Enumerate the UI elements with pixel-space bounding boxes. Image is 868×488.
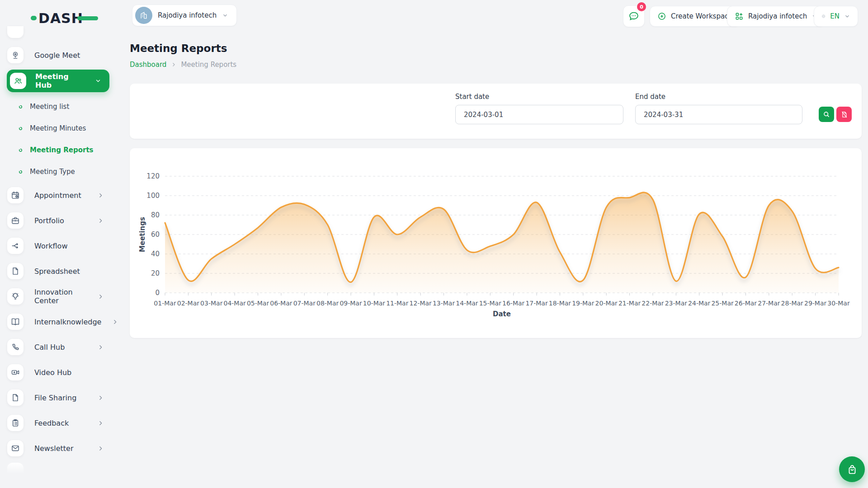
sidebar-item-portfolio[interactable]: Portfolio (0, 208, 115, 233)
sidebar-item-label: Call Hub (34, 343, 65, 352)
workspace-avatar (135, 7, 152, 24)
chevron-right-icon (98, 446, 104, 451)
clipboard-icon-tile (7, 415, 24, 431)
sidebar-item-label: Meeting Reports (30, 146, 94, 154)
sidebar-item-innovation-center[interactable]: Innovation Center (0, 284, 115, 309)
svg-text:01-Mar: 01-Mar (154, 300, 176, 307)
workspace-selector[interactable]: Rajodiya infotech (132, 5, 237, 26)
sidebar-item-meeting-hub[interactable]: Meeting Hub (7, 70, 109, 92)
magnifier-icon (822, 110, 830, 118)
book-icon-tile (7, 314, 24, 330)
users-icon (14, 76, 23, 85)
chevron-right-icon (98, 420, 104, 426)
sidebar-item-meeting-type[interactable]: Meeting Type (0, 161, 115, 183)
messages-button[interactable]: 0 (623, 5, 645, 27)
progress-bullet-icon (19, 105, 23, 109)
svg-text:04-Mar: 04-Mar (223, 300, 246, 307)
chart-y-axis-title: Meetings (138, 217, 146, 252)
file-icon-tile (7, 389, 24, 406)
svg-text:0: 0 (155, 289, 160, 297)
svg-text:10-Mar: 10-Mar (363, 300, 386, 307)
file-slash-icon (840, 111, 848, 118)
svg-text:16-Mar: 16-Mar (502, 300, 525, 307)
svg-text:29-Mar: 29-Mar (804, 300, 827, 307)
workspace-dropdown[interactable]: Rajodiya infotech (727, 6, 826, 27)
webcam-icon (11, 51, 20, 60)
svg-text:40: 40 (151, 250, 160, 258)
svg-text:02-Mar: 02-Mar (177, 300, 200, 307)
sidebar-item-label: Internalknowledge (34, 318, 101, 326)
split-icon-tile (7, 238, 24, 254)
svg-text:120: 120 (146, 172, 160, 180)
sidebar-item-meeting-reports[interactable]: Meeting Reports (0, 139, 115, 161)
sidebar-item-feedback[interactable]: Feedback (0, 410, 115, 436)
sidebar-item-label: Workflow (34, 242, 67, 250)
sidebar-item-label: Video Hub (34, 368, 71, 377)
svg-text:03-Mar: 03-Mar (200, 300, 223, 307)
svg-text:26-Mar: 26-Mar (735, 300, 757, 307)
sidebar-item-meeting-list[interactable]: Meeting list (0, 96, 115, 117)
sidebar-item-spreadsheet[interactable]: Spreadsheet (0, 258, 115, 284)
sidebar-item-file-sharing[interactable]: File Sharing (0, 385, 115, 410)
chevron-right-icon (98, 218, 104, 224)
sidebar-item-label: Innovation Center (34, 288, 87, 305)
plus-circle-icon (657, 12, 666, 21)
sidebar-item-newsletter[interactable]: Newsletter (0, 436, 115, 461)
svg-text:20: 20 (151, 269, 160, 277)
chevron-right-icon (98, 294, 104, 300)
bulb-icon (11, 292, 20, 301)
reset-filter-button[interactable] (836, 107, 852, 122)
sidebar-item-appointment[interactable]: Appointment (0, 183, 115, 208)
sidebar-item-label: Meeting Minutes (30, 124, 86, 132)
sidebar-item-google-meet[interactable]: Google Meet (0, 42, 115, 68)
workspace-selector-label: Rajodiya infotech (158, 11, 217, 19)
sidebar-item-call-hub[interactable]: Call Hub (0, 334, 115, 360)
svg-text:27-Mar: 27-Mar (758, 300, 780, 307)
language-label: EN (830, 12, 840, 20)
sidebar: Google MeetMeeting HubMeeting listMeetin… (0, 26, 115, 474)
sidebar-item-partial-bottom (7, 463, 24, 474)
svg-text:14-Mar: 14-Mar (456, 300, 478, 307)
video-icon-tile (7, 364, 24, 380)
workspace-dropdown-label: Rajodiya infotech (748, 12, 807, 20)
chevron-right-icon (112, 319, 118, 325)
sidebar-item-label: Meeting Type (30, 168, 75, 176)
page-title: Meeting Reports (130, 42, 227, 54)
svg-text:25-Mar: 25-Mar (711, 300, 734, 307)
logo-text: DASH (38, 10, 83, 26)
file-icon-tile (7, 263, 24, 279)
svg-text:19-Mar: 19-Mar (572, 300, 594, 307)
file-icon (11, 393, 20, 402)
progress-bullet-icon (19, 148, 23, 152)
filter-card: Start date End date (130, 84, 862, 139)
sidebar-item-workflow[interactable]: Workflow (0, 233, 115, 258)
svg-text:15-Mar: 15-Mar (479, 300, 502, 307)
start-date-input[interactable] (455, 105, 623, 124)
search-button[interactable] (819, 107, 834, 122)
webcam-icon-tile (7, 47, 24, 63)
svg-text:06-Mar: 06-Mar (270, 300, 292, 307)
chat-bubble-icon (628, 10, 640, 22)
book-icon (11, 317, 20, 326)
chart-x-axis-title: Date (493, 310, 511, 318)
building-icon (139, 11, 148, 20)
sidebar-item-internalknowledge[interactable]: Internalknowledge (0, 309, 115, 334)
calendar-clock-icon (11, 191, 20, 200)
globe-icon (821, 11, 826, 21)
split-icon (11, 241, 20, 250)
shop-fab-button[interactable] (839, 456, 865, 482)
dash-logo[interactable]: DASH (31, 9, 99, 27)
svg-text:07-Mar: 07-Mar (293, 300, 316, 307)
svg-text:20-Mar: 20-Mar (595, 300, 618, 307)
sidebar-item-meeting-minutes[interactable]: Meeting Minutes (0, 117, 115, 139)
language-selector[interactable]: EN (814, 6, 858, 27)
briefcase-icon (11, 216, 20, 225)
sidebar-item-video-hub[interactable]: Video Hub (0, 360, 115, 385)
svg-text:28-Mar: 28-Mar (781, 300, 804, 307)
start-date-label: Start date (455, 93, 489, 101)
breadcrumb: Dashboard Meeting Reports (130, 61, 236, 69)
meetings-area-chart: 02040608010012001-Mar02-Mar03-Mar04-Mar0… (130, 148, 862, 338)
end-date-label: End date (635, 93, 665, 101)
end-date-input[interactable] (635, 105, 802, 124)
breadcrumb-dashboard-link[interactable]: Dashboard (130, 61, 166, 69)
